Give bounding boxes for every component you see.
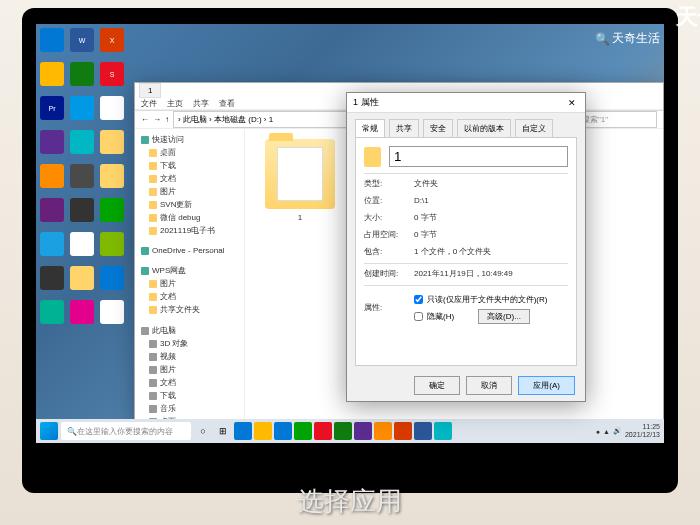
desktop-icon[interactable] — [70, 96, 94, 120]
folder-icon — [364, 147, 381, 167]
apply-button[interactable]: 应用(A) — [518, 376, 575, 395]
taskbar-app[interactable] — [274, 422, 292, 440]
desktop-icon[interactable] — [70, 198, 94, 222]
tree-item[interactable]: 桌面 — [137, 146, 242, 159]
folder-icon — [149, 214, 157, 222]
desktop-icon[interactable] — [100, 164, 124, 188]
taskbar-app[interactable] — [314, 422, 332, 440]
tree-item[interactable]: 图片 — [137, 363, 242, 376]
taskbar-app[interactable] — [374, 422, 392, 440]
desktop-icon[interactable]: W — [70, 28, 94, 52]
desktop-icon[interactable]: X — [100, 28, 124, 52]
dialog-body: 类型:文件夹 位置:D:\1 大小:0 字节 占用空间:0 字节 包含:1 个文… — [355, 137, 577, 366]
hidden-checkbox[interactable] — [414, 312, 423, 321]
tree-item[interactable]: 图片 — [137, 185, 242, 198]
tray-icon[interactable]: ● — [596, 428, 600, 435]
menu-share[interactable]: 共享 — [193, 98, 209, 109]
taskbar-app[interactable] — [354, 422, 372, 440]
tree-item[interactable]: 文档 — [137, 172, 242, 185]
desktop-icon[interactable] — [70, 300, 94, 324]
explorer-tab[interactable]: 1 — [139, 83, 161, 98]
taskbar-app[interactable] — [434, 422, 452, 440]
desktop-icon-grid: W X S Pr — [40, 28, 128, 330]
tree-thispc[interactable]: 此电脑 — [137, 324, 242, 337]
tree-item[interactable]: 图片 — [137, 277, 242, 290]
taskbar-app[interactable] — [334, 422, 352, 440]
tab-share[interactable]: 共享 — [389, 119, 419, 137]
tree-item[interactable]: 2021119电子书 — [137, 224, 242, 237]
taskbar-app[interactable] — [414, 422, 432, 440]
explorer-search[interactable]: 搜索"1" — [577, 111, 657, 128]
tree-item[interactable]: SVN更新 — [137, 198, 242, 211]
desktop-icon[interactable] — [40, 130, 64, 154]
desktop-icon[interactable]: S — [100, 62, 124, 86]
tree-onedrive[interactable]: OneDrive - Personal — [137, 245, 242, 256]
tab-custom[interactable]: 自定义 — [515, 119, 553, 137]
desktop-icon[interactable] — [40, 62, 64, 86]
ok-button[interactable]: 确定 — [414, 376, 460, 395]
desktop-icon[interactable] — [100, 130, 124, 154]
menu-file[interactable]: 文件 — [141, 98, 157, 109]
desktop-icon[interactable] — [100, 266, 124, 290]
search-icon: 🔍 — [595, 32, 610, 46]
desktop-icon[interactable] — [100, 300, 124, 324]
desktop-icon[interactable] — [40, 164, 64, 188]
tree-wps[interactable]: WPS网盘 — [137, 264, 242, 277]
close-icon[interactable]: ✕ — [565, 98, 579, 108]
desktop-icon[interactable] — [40, 232, 64, 256]
forward-icon[interactable]: → — [153, 115, 161, 124]
desktop-icon[interactable] — [70, 164, 94, 188]
desktop-icon[interactable] — [100, 232, 124, 256]
tree-item[interactable]: 微信 debug — [137, 211, 242, 224]
tree-item[interactable]: 文档 — [137, 376, 242, 389]
folder-name-input[interactable] — [389, 146, 568, 167]
tray-icon[interactable]: ▲ — [603, 428, 610, 435]
readonly-checkbox[interactable] — [414, 295, 423, 304]
menu-view[interactable]: 查看 — [219, 98, 235, 109]
advanced-button[interactable]: 高级(D)... — [478, 309, 530, 324]
desktop-icon[interactable] — [70, 62, 94, 86]
folder-icon — [149, 392, 157, 400]
tray-icon[interactable]: 🔊 — [613, 427, 622, 435]
tab-versions[interactable]: 以前的版本 — [457, 119, 511, 137]
taskbar-app[interactable] — [394, 422, 412, 440]
back-icon[interactable]: ← — [141, 115, 149, 124]
tree-item[interactable]: 共享文件夹 — [137, 303, 242, 316]
up-icon[interactable]: ↑ — [165, 115, 169, 124]
desktop-icon[interactable]: Pr — [40, 96, 64, 120]
desktop-icon[interactable] — [70, 130, 94, 154]
taskbar: 🔍 在这里输入你要搜索的内容 ○ ⊞ ● ▲ 🔊 11:25 2021/12/1… — [36, 419, 664, 443]
taskbar-app[interactable] — [294, 422, 312, 440]
tree-item[interactable]: 下载 — [137, 159, 242, 172]
cortana-icon[interactable]: ○ — [194, 422, 212, 440]
desktop-icon[interactable] — [40, 266, 64, 290]
folder-icon — [149, 306, 157, 314]
tab-security[interactable]: 安全 — [423, 119, 453, 137]
label: 属性: — [364, 302, 414, 313]
desktop-icon[interactable] — [70, 232, 94, 256]
tree-quick-access[interactable]: 快速访问 — [137, 133, 242, 146]
taskview-icon[interactable]: ⊞ — [214, 422, 232, 440]
pc-icon — [141, 327, 149, 335]
folder-item[interactable]: 1 — [255, 139, 345, 222]
taskbar-app[interactable] — [254, 422, 272, 440]
tree-item[interactable]: 视频 — [137, 350, 242, 363]
desktop-icon[interactable] — [100, 96, 124, 120]
desktop-icon[interactable] — [40, 28, 64, 52]
desktop-icon[interactable] — [70, 266, 94, 290]
dialog-titlebar[interactable]: 1 属性 ✕ — [347, 93, 585, 113]
desktop-icon[interactable] — [100, 198, 124, 222]
menu-home[interactable]: 主页 — [167, 98, 183, 109]
tree-item[interactable]: 音乐 — [137, 402, 242, 415]
tree-item[interactable]: 下载 — [137, 389, 242, 402]
desktop-icon[interactable] — [40, 300, 64, 324]
desktop-icon[interactable] — [40, 198, 64, 222]
tab-general[interactable]: 常规 — [355, 119, 385, 137]
tree-item[interactable]: 3D 对象 — [137, 337, 242, 350]
taskbar-clock[interactable]: 11:25 2021/12/13 — [625, 423, 660, 438]
start-button[interactable] — [40, 422, 58, 440]
taskbar-search[interactable]: 🔍 在这里输入你要搜索的内容 — [61, 422, 191, 440]
taskbar-app[interactable] — [234, 422, 252, 440]
tree-item[interactable]: 文档 — [137, 290, 242, 303]
cancel-button[interactable]: 取消 — [466, 376, 512, 395]
